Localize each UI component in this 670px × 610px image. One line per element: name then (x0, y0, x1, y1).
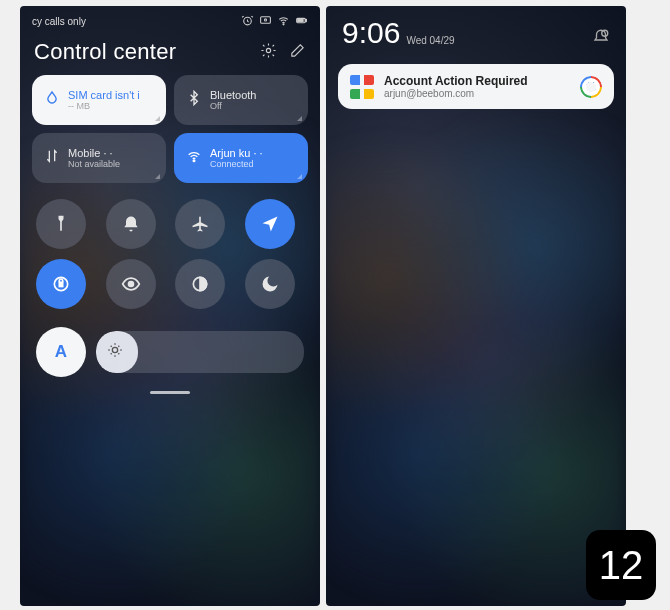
mobile-data-icon (44, 148, 60, 168)
toggle-airplane[interactable] (175, 199, 225, 249)
cast-icon (259, 14, 272, 29)
svg-point-2 (264, 19, 266, 21)
toggle-dark-mode[interactable] (175, 259, 225, 309)
status-icons (241, 14, 308, 29)
svg-point-3 (283, 24, 284, 25)
toggle-visibility[interactable] (106, 259, 156, 309)
svg-rect-10 (59, 282, 62, 286)
svg-point-13 (112, 347, 117, 352)
toggle-sound[interactable] (106, 199, 156, 249)
phone-control-center: cy calls only Control center SIM card is (20, 6, 320, 606)
lock-date: Wed 04/29 (406, 35, 454, 46)
tile-sub: Off (210, 101, 256, 111)
brightness-slider[interactable] (96, 331, 304, 373)
brightness-icon (107, 342, 123, 362)
droplet-icon (44, 90, 60, 110)
wifi-icon (186, 148, 202, 168)
tile-title: SIM card isn't i (68, 89, 140, 102)
expand-corner-icon (297, 116, 302, 121)
svg-rect-6 (298, 19, 303, 21)
battery-icon (295, 14, 308, 29)
notification-subtitle: arjun@beebom.com (384, 88, 570, 99)
svg-point-11 (128, 282, 133, 287)
svg-point-7 (266, 48, 270, 52)
status-carrier: cy calls only (32, 16, 86, 27)
toggle-rotation-lock[interactable] (36, 259, 86, 309)
notification-title: Account Action Required (384, 74, 570, 88)
notification-card[interactable]: Account Action Required arjun@beebom.com (338, 64, 614, 109)
lock-time: 9:06 (342, 16, 400, 50)
tile-wifi[interactable]: Arjun ku · · Connected (174, 133, 308, 183)
miui-12-badge: 12 (586, 530, 656, 600)
toggle-location[interactable] (245, 199, 295, 249)
tile-title: Mobile · · (68, 147, 120, 160)
svg-rect-5 (305, 19, 306, 21)
expand-corner-icon (155, 174, 160, 179)
tile-sub: Connected (210, 159, 263, 169)
svg-rect-1 (261, 17, 271, 23)
wifi-icon (277, 14, 290, 29)
drag-handle[interactable] (150, 391, 190, 394)
notification-settings-icon[interactable] (592, 28, 610, 50)
tile-mobile-data[interactable]: Mobile · · Not available (32, 133, 166, 183)
alarm-icon (241, 14, 254, 29)
toggle-auto-brightness[interactable]: A (36, 327, 86, 377)
phone-lockscreen: 9:06 Wed 04/29 Account Action Required a… (326, 6, 626, 606)
edit-icon[interactable] (289, 42, 306, 63)
tile-title: Bluetooth (210, 89, 256, 102)
toggle-dnd[interactable] (245, 259, 295, 309)
tile-sub: -- MB (68, 101, 140, 111)
google-logo-icon (580, 76, 602, 98)
svg-point-8 (193, 160, 195, 162)
status-bar: cy calls only (20, 6, 320, 33)
tile-title: Arjun ku · · (210, 147, 263, 160)
control-center-header: Control center (20, 33, 320, 75)
page-title: Control center (34, 39, 176, 65)
tile-sim-data[interactable]: SIM card isn't i -- MB (32, 75, 166, 125)
expand-corner-icon (155, 116, 160, 121)
settings-icon[interactable] (260, 42, 277, 63)
quick-toggle-grid (32, 191, 308, 317)
toggle-flashlight[interactable] (36, 199, 86, 249)
expand-corner-icon (297, 174, 302, 179)
tile-bluetooth[interactable]: Bluetooth Off (174, 75, 308, 125)
bluetooth-icon (186, 90, 202, 110)
tile-sub: Not available (68, 159, 120, 169)
puzzle-icon (350, 75, 374, 99)
